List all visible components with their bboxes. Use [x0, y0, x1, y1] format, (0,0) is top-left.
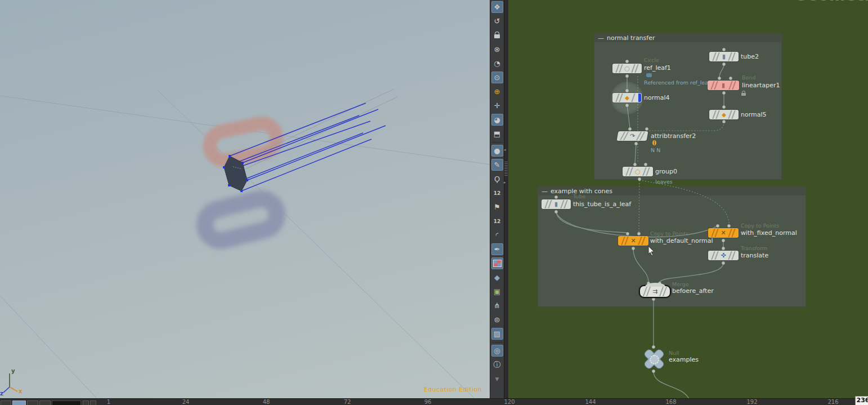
point-numbers-icon[interactable]: 12: [491, 187, 503, 199]
node-translate[interactable]: ✜: [708, 251, 739, 260]
axis-z-label: z: [0, 390, 3, 397]
node-group0[interactable]: ○: [623, 167, 653, 176]
node-attribtransfer2[interactable]: ↷: [617, 131, 648, 141]
attribtransfer-icon: ↷: [617, 131, 648, 141]
comment-bubble-icon[interactable]: [646, 73, 652, 77]
pin-icon[interactable]: Ϙ: [491, 173, 503, 185]
splitter-arrow-icon[interactable]: ◂: [504, 148, 506, 152]
lighting-icon[interactable]: ⊙: [491, 72, 503, 83]
node-comment: N N: [651, 147, 660, 153]
node-type-label: Copy to Points: [741, 222, 779, 229]
timeline-ruler[interactable]: 1 24 48 72 96 120 144 168 192 216 236: [0, 398, 868, 405]
network-editor[interactable]: Geometry — normal transfer — example wit…: [508, 0, 868, 398]
node-type-label: Copy to Points: [650, 230, 688, 237]
node-name[interactable]: tube2: [741, 53, 759, 60]
transport-button[interactable]: [90, 400, 96, 405]
profile-curve-icon[interactable]: ◜: [491, 229, 503, 241]
info-icon[interactable]: ⓘ: [491, 359, 503, 371]
tube-icon: ▮: [709, 52, 739, 61]
node-with_default_normal[interactable]: ✕: [618, 236, 648, 246]
splitter-arrow-icon[interactable]: ▸: [504, 180, 506, 185]
snapshot-icon[interactable]: ▨: [491, 328, 503, 340]
node-type-label: Circle: [644, 57, 659, 63]
node-type-label: Merge: [672, 281, 689, 287]
time-dependent-badge-icon: [652, 140, 656, 145]
menu-circle-icon[interactable]: ⊜: [491, 314, 503, 326]
node-name[interactable]: group0: [655, 168, 677, 175]
lights-off-icon[interactable]: ⊗: [491, 43, 503, 55]
shaded-mode-icon[interactable]: ◕: [491, 114, 503, 126]
node-name[interactable]: normal5: [741, 111, 767, 118]
transport-button[interactable]: [1, 400, 11, 405]
leaf-ring-bottom: [202, 195, 280, 244]
node-name[interactable]: attribtransfer2: [651, 132, 696, 140]
normal-icon: ◆: [709, 110, 739, 119]
node-name[interactable]: befoere_after: [672, 287, 714, 295]
frame-field[interactable]: [52, 400, 81, 405]
view-tool-icon[interactable]: ❖: [491, 1, 503, 13]
camera-mask-icon[interactable]: ▣: [491, 286, 503, 297]
node-normal5[interactable]: ◆: [709, 110, 739, 119]
transport-button[interactable]: [83, 400, 89, 405]
null-icon: [650, 355, 659, 364]
point-normals-icon[interactable]: ⚑: [491, 201, 503, 213]
diamond-icon[interactable]: ◆: [491, 272, 503, 283]
node-name[interactable]: with_fixed_normal: [741, 229, 797, 237]
axis-gizmo: [3, 373, 17, 393]
transport-button-active[interactable]: [12, 400, 26, 405]
node-name[interactable]: translate: [741, 252, 768, 259]
node-name[interactable]: normal4: [644, 94, 670, 101]
handles-tool-icon[interactable]: ↺: [491, 15, 503, 27]
display-points-icon[interactable]: ●: [491, 145, 503, 157]
node-comment: Referenced from ref_leaf: [644, 79, 710, 86]
frame-tick: 48: [263, 399, 270, 405]
connector-dots: [554, 48, 732, 372]
mouse-cursor: [648, 246, 656, 257]
splitter-grip[interactable]: [504, 161, 508, 176]
display-flag[interactable]: [638, 94, 641, 102]
transport-button[interactable]: [39, 400, 51, 405]
checker-texture-icon[interactable]: [491, 257, 503, 269]
node-normal4[interactable]: ◆: [612, 93, 642, 103]
origin-axis-icon[interactable]: ✛: [491, 100, 503, 112]
location-pin-icon[interactable]: ◎: [491, 345, 503, 357]
node-tube2[interactable]: ▮: [709, 52, 739, 61]
scene-viewport[interactable]: y x z Education Edition: [0, 0, 490, 398]
frame-tick: 72: [344, 399, 351, 405]
node-name[interactable]: this_tube_is_a_leaf: [573, 201, 631, 208]
node-name[interactable]: lineartaper1: [742, 82, 780, 89]
node-examples[interactable]: [641, 349, 666, 369]
feather-icon[interactable]: ✒: [491, 243, 503, 255]
end-frame-box[interactable]: 236: [855, 396, 868, 405]
frame-tick: 120: [504, 399, 514, 405]
node-ref_leaf1[interactable]: ○: [612, 64, 642, 73]
add-light-icon[interactable]: ⊕: [491, 86, 503, 97]
prim-numbers-icon[interactable]: 12: [491, 215, 503, 227]
frame-tick: 192: [746, 399, 757, 405]
axis-x-label: x: [19, 388, 23, 394]
circle-icon: ○: [612, 64, 642, 73]
brush-tool-icon[interactable]: ✎: [491, 159, 503, 171]
node-type-label: Tube: [573, 193, 585, 199]
node-name[interactable]: with_default_normal: [650, 237, 713, 244]
transport-button[interactable]: [27, 400, 38, 405]
material-shading-icon[interactable]: ⬒: [491, 128, 503, 140]
node-befoere_after[interactable]: ⇉: [639, 285, 671, 298]
frame-tick: 1: [107, 399, 110, 405]
material-sphere-icon[interactable]: ◔: [491, 57, 503, 69]
collapse-arrow-icon[interactable]: ▼: [491, 373, 503, 385]
axis-y-label: y: [11, 368, 15, 374]
frame-tick: 216: [827, 399, 838, 405]
grid-lines: [0, 90, 490, 398]
merge-icon: ⇉: [640, 286, 670, 297]
bend-icon: ▮: [708, 81, 739, 90]
copy-to-points-icon: ✕: [618, 236, 648, 246]
node-with_fixed_normal[interactable]: ✕: [708, 228, 739, 238]
node-this_tube_is_a_leaf[interactable]: ▮: [542, 199, 571, 209]
node-type-label: Bend: [742, 74, 755, 81]
node-name[interactable]: examples: [669, 356, 699, 363]
node-lineartaper1[interactable]: ▮: [708, 81, 739, 90]
lock-icon[interactable]: [491, 29, 503, 41]
node-name[interactable]: ref_leaf1: [644, 64, 671, 72]
axis-jack-icon[interactable]: ⋔: [491, 300, 503, 311]
